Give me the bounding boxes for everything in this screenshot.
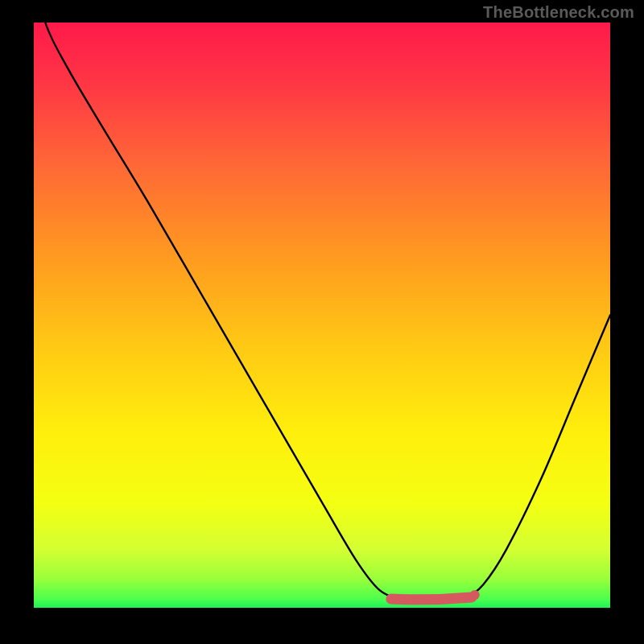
chart-svg [0,0,644,644]
watermark-text: TheBottleneck.com [483,3,634,22]
chart-frame: { "watermark": "TheBottleneck.com", "plo… [0,0,644,644]
highlight-dot [470,590,480,600]
plot-area [34,23,610,608]
highlight-flat-region [391,597,472,600]
